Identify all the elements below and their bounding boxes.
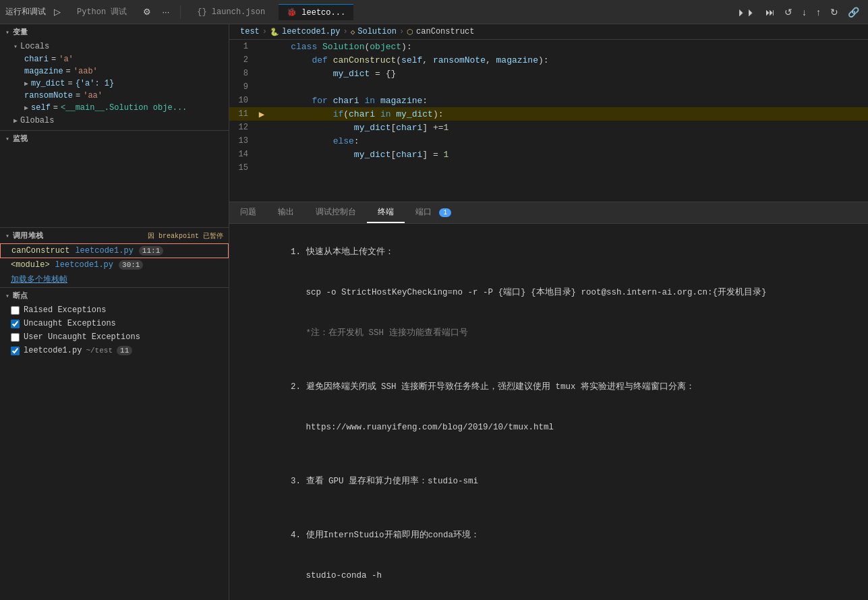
stack-fn-module: <module>	[11, 260, 50, 270]
stop-button[interactable]: ↻	[827, 5, 842, 19]
line-content-13: else:	[267, 136, 868, 146]
code-line-14: 14 my_dict[chari] = 1	[229, 148, 868, 161]
line-content-2: def canConstruct(self, ransomNote, magaz…	[267, 55, 868, 65]
tab-terminal[interactable]: 终端	[367, 202, 405, 223]
code-line-11: 11 ▶ if(chari in my_dict):	[229, 107, 868, 121]
line-content-14: my_dict[chari] = 1	[267, 150, 868, 160]
code-line-13: 13 else:	[229, 134, 868, 148]
code-lines: 1 class Solution(object): 2 def canConst…	[229, 40, 868, 175]
disconnect-button[interactable]: 🔗	[844, 5, 863, 19]
var-mydict[interactable]: ▶ my_dict = {'a': 1}	[8, 78, 229, 90]
breadcrumb-method: canConstruct	[416, 27, 474, 36]
tab-leetcode[interactable]: 🐞 leetco...	[279, 4, 353, 20]
left-panel: ▾ 变量 ▾ Locals chari = 'a' magazine = 'aa…	[0, 24, 229, 600]
run-button[interactable]: ▷	[51, 5, 63, 18]
code-line-2: 2 def canConstruct(self, ransomNote, mag…	[229, 53, 868, 67]
bc-class-icon: ◇	[351, 28, 355, 36]
terminal-content[interactable]: 1. 快速从本地上传文件： scp -o StrictHostKeyChecki…	[229, 224, 868, 600]
stack-line-2: 30:1	[119, 260, 143, 270]
step-into-button[interactable]: ↺	[781, 5, 796, 19]
var-ransomnote: ransomNote = 'aa'	[8, 90, 229, 102]
bp-leetcode-path: ~/test	[86, 347, 113, 355]
panel-tabs: 问题 输出 调试控制台 终端 端口 1	[229, 202, 868, 224]
bp-uncaught-checkbox[interactable]	[11, 320, 20, 328]
self-expand-icon: ▶	[24, 104, 28, 112]
term-instruction-1: 1. 快速从本地上传文件：	[240, 232, 857, 272]
term-instruction-2: 2. 避免因终端关闭或 SSH 连接断开导致任务终止，强烈建议使用 tmux 将…	[240, 367, 857, 407]
term-instruction-1-note: *注：在开发机 SSH 连接功能查看端口号	[240, 313, 857, 353]
tab-python-debug[interactable]: Python 调试	[69, 3, 135, 20]
var-chari-name: chari	[24, 55, 49, 64]
var-mydict-value: {'a': 1}	[76, 79, 115, 88]
breakpoints-label: 断点	[13, 291, 28, 301]
stack-line-1: 11:1	[139, 246, 163, 256]
line-content-1: class Solution(object):	[267, 42, 868, 52]
code-line-1: 1 class Solution(object):	[229, 40, 868, 53]
locals-label: Locals	[20, 42, 49, 51]
term-instruction-1-sub: scp -o StrictHostKeyChecking=no -r -P {端…	[240, 272, 857, 313]
bp-leetcode-file: leetcode1.py ~/test 11	[0, 344, 229, 357]
term-instruction-2-sub: https://www.ruanyifeng.com/blog/2019/10/…	[240, 407, 857, 448]
bp-leetcode-label: leetcode1.py	[24, 346, 82, 355]
bc-fn-icon: ⬡	[407, 28, 413, 36]
breadcrumb-class[interactable]: Solution	[357, 27, 397, 36]
monitor-expand-icon: ▾	[5, 135, 10, 143]
bp-leetcode-line: 11	[117, 346, 132, 355]
bp-user-uncaught: User Uncaught Exceptions	[0, 330, 229, 344]
callstack-status: 因 breakpoint 已暂停	[148, 231, 223, 241]
stack-frame-canconstruct[interactable]: canConstruct leetcode1.py 11:1	[0, 243, 229, 258]
line-content-12: my_dict[chari] +=1	[267, 123, 868, 133]
bp-raised-checkbox[interactable]	[11, 306, 20, 315]
bp-user-uncaught-checkbox[interactable]	[11, 333, 20, 342]
breadcrumb-test[interactable]: test	[240, 27, 260, 36]
globals-header[interactable]: ▶ Globals	[0, 114, 229, 127]
var-self-value: <__main__.Solution obje...	[61, 103, 187, 113]
breakpoints-section: ▾ 断点 Raised Exceptions Uncaught Exceptio…	[0, 287, 229, 357]
var-magazine-name: magazine	[24, 67, 63, 76]
term-instruction-4: 4. 使用InternStudio开箱即用的conda环境：	[240, 515, 857, 556]
tab-debug-console[interactable]: 调试控制台	[305, 202, 367, 223]
var-ransomnote-name: ransomNote	[24, 91, 73, 100]
variables-expand-icon: ▾	[5, 28, 10, 36]
stack-frame-module[interactable]: <module> leetcode1.py 30:1	[0, 258, 229, 272]
bp-raised-label: Raised Exceptions	[24, 305, 106, 315]
var-self[interactable]: ▶ self = <__main__.Solution obje...	[8, 102, 229, 114]
tab-ports[interactable]: 端口 1	[405, 202, 462, 223]
callstack-expand-icon: ▾	[5, 232, 10, 240]
locals-header[interactable]: ▾ Locals	[8, 40, 229, 53]
debug-actions: ⏵⏵ ⏭ ↺ ↓ ↑ ↻ 🔗	[734, 5, 863, 19]
breakpoints-header[interactable]: ▾ 断点	[0, 288, 229, 303]
settings-button[interactable]: ⚙	[140, 5, 154, 18]
tab-problems[interactable]: 问题	[229, 202, 267, 223]
right-panel: test › 🐍 leetcode1.py › ◇ Solution › ⬡ c…	[229, 24, 868, 600]
mydict-expand-icon: ▶	[24, 80, 28, 88]
bp-user-uncaught-label: User Uncaught Exceptions	[24, 332, 140, 342]
locals-subsection: ▾ Locals chari = 'a' magazine = 'aab' ▶ …	[0, 40, 229, 114]
var-magazine-value: 'aab'	[74, 67, 98, 76]
breakpoints-expand-icon: ▾	[5, 292, 10, 300]
restart-button[interactable]: ↑	[813, 5, 824, 19]
breadcrumb-file[interactable]: leetcode1.py	[282, 27, 340, 36]
step-over-button[interactable]: ⏭	[762, 5, 778, 19]
var-mydict-name: my_dict	[31, 79, 65, 88]
var-self-name: self	[31, 103, 51, 113]
continue-button[interactable]: ⏵⏵	[734, 5, 759, 19]
bp-raised-exceptions: Raised Exceptions	[0, 303, 229, 317]
more-button[interactable]: ···	[159, 5, 172, 18]
var-chari: chari = 'a'	[8, 53, 229, 65]
tab-output[interactable]: 输出	[267, 202, 305, 223]
tab-launch-json[interactable]: {} launch.json	[189, 5, 273, 20]
code-line-12: 12 my_dict[chari] +=1	[229, 121, 868, 134]
term-instruction-3: 3. 查看 GPU 显存和算力使用率：studio-smi	[240, 461, 857, 502]
step-out-button[interactable]: ↓	[799, 5, 810, 19]
line-content-8: my_dict = {}	[267, 69, 868, 79]
monitor-header[interactable]: ▾ 监视	[0, 131, 229, 146]
load-more-frames[interactable]: 加载多个堆栈帧	[0, 272, 229, 287]
code-line-9: 9	[229, 80, 868, 94]
variables-label: 变量	[13, 27, 28, 37]
variables-section-header[interactable]: ▾ 变量	[0, 24, 229, 40]
bp-leetcode-checkbox[interactable]	[11, 347, 20, 355]
callstack-header[interactable]: ▾ 调用堆栈	[5, 231, 44, 241]
ports-badge: 1	[439, 208, 451, 217]
callstack-label: 调用堆栈	[13, 231, 44, 241]
